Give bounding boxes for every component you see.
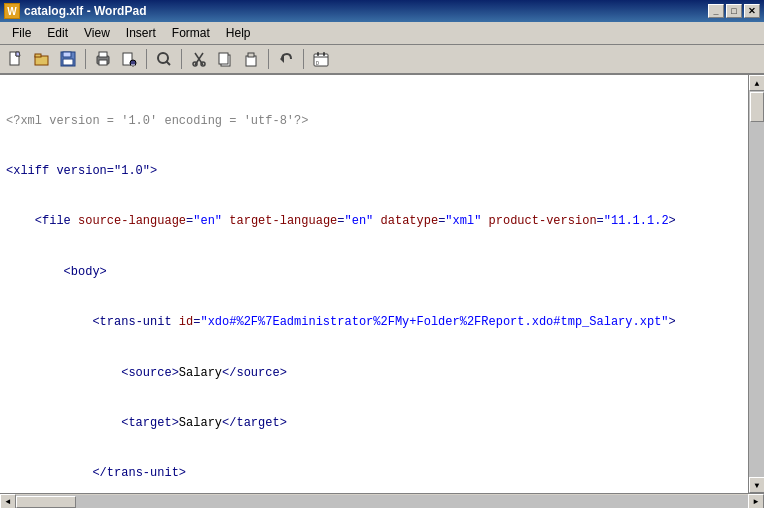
scroll-right-button[interactable]: ► (748, 494, 764, 509)
xml-line-6: <source>Salary</source> (6, 365, 742, 382)
toolbar-save[interactable] (56, 48, 80, 70)
svg-rect-9 (99, 60, 107, 65)
scroll-track-v[interactable] (749, 91, 764, 477)
maximize-button[interactable]: □ (726, 4, 742, 18)
menu-help[interactable]: Help (218, 24, 259, 42)
svg-rect-8 (99, 52, 107, 57)
svg-rect-27 (323, 52, 325, 56)
vertical-scrollbar[interactable]: ▲ ▼ (748, 75, 764, 493)
scroll-thumb-v[interactable] (750, 92, 764, 122)
svg-rect-20 (219, 53, 228, 64)
toolbar-paste[interactable] (239, 48, 263, 70)
toolbar-new[interactable] (4, 48, 28, 70)
xml-line-3: <file source-language="en" target-langua… (6, 213, 742, 230)
svg-marker-1 (16, 52, 20, 56)
toolbar-undo[interactable] (274, 48, 298, 70)
toolbar-print[interactable] (91, 48, 115, 70)
content-wrapper: <?xml version = '1.0' encoding = 'utf-8'… (0, 75, 764, 493)
text-editor[interactable]: <?xml version = '1.0' encoding = 'utf-8'… (0, 75, 748, 493)
toolbar-sep-5 (303, 49, 304, 69)
svg-rect-5 (63, 52, 71, 57)
toolbar-cut[interactable] (187, 48, 211, 70)
toolbar-print-preview[interactable] (117, 48, 141, 70)
svg-rect-22 (248, 53, 254, 57)
svg-rect-26 (317, 52, 319, 56)
window-title: catalog.xlf - WordPad (24, 4, 146, 18)
scroll-thumb-h[interactable] (16, 496, 76, 508)
title-bar-left: W catalog.xlf - WordPad (4, 3, 146, 19)
toolbar-open[interactable] (30, 48, 54, 70)
menu-edit[interactable]: Edit (39, 24, 76, 42)
svg-line-14 (166, 61, 170, 65)
scroll-track-h[interactable] (16, 495, 748, 509)
xml-line-8: </trans-unit> (6, 465, 742, 482)
toolbar-sep-3 (181, 49, 182, 69)
menu-view[interactable]: View (76, 24, 118, 42)
xml-line-1: <?xml version = '1.0' encoding = 'utf-8'… (6, 113, 742, 130)
menu-file[interactable]: File (4, 24, 39, 42)
scroll-up-button[interactable]: ▲ (749, 75, 764, 91)
xml-line-7: <target>Salary</target> (6, 415, 742, 432)
toolbar-sep-4 (268, 49, 269, 69)
menu-bar: File Edit View Insert Format Help (0, 22, 764, 45)
toolbar-sep-1 (85, 49, 86, 69)
minimize-button[interactable]: _ (708, 4, 724, 18)
toolbar-datetime[interactable]: D (309, 48, 333, 70)
scroll-down-button[interactable]: ▼ (749, 477, 764, 493)
close-button[interactable]: ✕ (744, 4, 760, 18)
toolbar-sep-2 (146, 49, 147, 69)
svg-text:D: D (316, 61, 319, 67)
menu-format[interactable]: Format (164, 24, 218, 42)
xml-line-5: <trans-unit id="xdo#%2F%7Eadministrator%… (6, 314, 742, 331)
scroll-left-button[interactable]: ◄ (0, 494, 16, 509)
horizontal-scrollbar[interactable]: ◄ ► (0, 493, 764, 508)
svg-rect-6 (63, 59, 73, 65)
toolbar: D (0, 45, 764, 75)
toolbar-find[interactable] (152, 48, 176, 70)
svg-rect-3 (35, 54, 41, 57)
toolbar-copy[interactable] (213, 48, 237, 70)
xml-line-4: <body> (6, 264, 742, 281)
title-bar-controls: _ □ ✕ (708, 4, 760, 18)
menu-insert[interactable]: Insert (118, 24, 164, 42)
title-bar: W catalog.xlf - WordPad _ □ ✕ (0, 0, 764, 22)
xml-line-2: <xliff version="1.0"> (6, 163, 742, 180)
app-icon: W (4, 3, 20, 19)
